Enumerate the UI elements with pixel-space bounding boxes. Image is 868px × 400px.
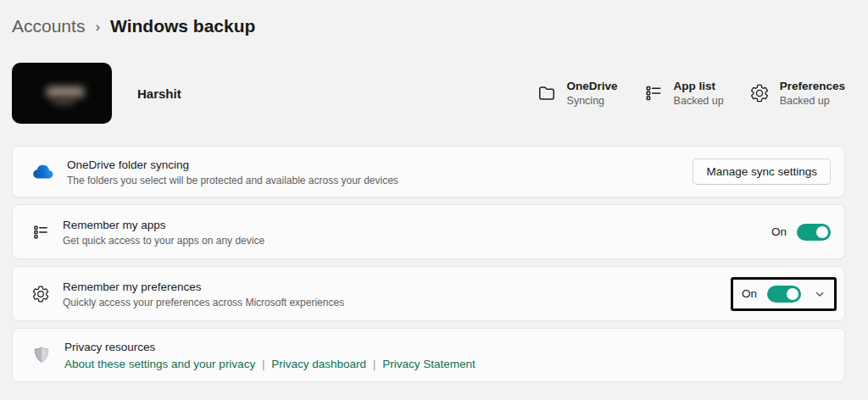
card-title: Remember my apps: [63, 218, 264, 232]
profile-name: Harshit: [137, 86, 181, 101]
privacy-links: About these settings and your privacy | …: [64, 358, 476, 371]
remember-preferences-toggle[interactable]: [767, 286, 801, 303]
avatar: [12, 63, 112, 124]
status-label: App list: [674, 80, 724, 93]
link-separator: |: [373, 358, 376, 371]
status-label: OneDrive: [567, 80, 618, 93]
chevron-down-icon[interactable]: [814, 288, 826, 300]
card-remember-my-apps: Remember my apps Get quick access to you…: [12, 204, 845, 259]
card-subtitle: The folders you select will be protected…: [67, 175, 398, 186]
backup-status-onedrive: OneDrive Syncing: [537, 80, 618, 107]
gear-icon: [749, 83, 770, 103]
status-label: Preferences: [780, 80, 845, 93]
folder-icon: [537, 83, 557, 103]
backup-status-preferences: Preferences Backed up: [749, 80, 845, 107]
breadcrumb: Accounts › Windows backup: [12, 0, 845, 39]
breadcrumb-accounts[interactable]: Accounts: [12, 14, 85, 38]
app-list-icon: [643, 83, 664, 103]
remember-preferences-toggle-label: On: [742, 287, 757, 300]
onedrive-cloud-icon: [31, 160, 54, 183]
windows-backup-page: Accounts › Windows backup Harshit OneDri…: [0, 0, 868, 382]
remember-preferences-control-highlight: On: [731, 277, 837, 311]
profile-header: Harshit OneDrive Syncing App list Backed…: [12, 63, 845, 124]
card-onedrive-folder-syncing: OneDrive folder syncing The folders you …: [12, 146, 845, 197]
card-subtitle: Quickly access your preferences across M…: [63, 297, 344, 308]
backup-status-app-list: App list Backed up: [643, 80, 724, 107]
avatar-blurred-subtext: [53, 99, 75, 104]
link-privacy-statement[interactable]: Privacy Statement: [382, 358, 476, 371]
page-title: Windows backup: [110, 14, 255, 38]
backup-status-group: OneDrive Syncing App list Backed up Pref…: [537, 80, 845, 107]
remember-apps-toggle-label: On: [771, 225, 787, 238]
toggle-knob: [787, 288, 798, 300]
link-privacy-dashboard[interactable]: Privacy dashboard: [271, 358, 366, 371]
app-list-icon: [31, 223, 50, 242]
card-privacy-resources: Privacy resources About these settings a…: [12, 328, 845, 382]
status-value: Backed up: [780, 95, 845, 107]
manage-sync-settings-button[interactable]: Manage sync settings: [693, 158, 831, 185]
link-about-settings-privacy[interactable]: About these settings and your privacy: [64, 358, 255, 371]
gear-icon: [31, 285, 50, 303]
toggle-knob: [816, 226, 828, 238]
card-title: Remember my preferences: [63, 280, 344, 294]
status-value: Syncing: [567, 95, 618, 107]
card-subtitle: Get quick access to your apps on any dev…: [63, 235, 264, 247]
card-title: Privacy resources: [64, 340, 476, 354]
breadcrumb-separator-icon: ›: [95, 14, 100, 39]
card-title: OneDrive folder syncing: [67, 158, 398, 172]
shield-icon: [31, 345, 52, 365]
remember-apps-toggle[interactable]: [797, 224, 831, 241]
status-value: Backed up: [674, 95, 724, 107]
link-separator: |: [262, 358, 264, 371]
avatar-blurred-text: [46, 86, 85, 97]
card-remember-my-preferences: Remember my preferences Quickly access y…: [12, 266, 845, 321]
